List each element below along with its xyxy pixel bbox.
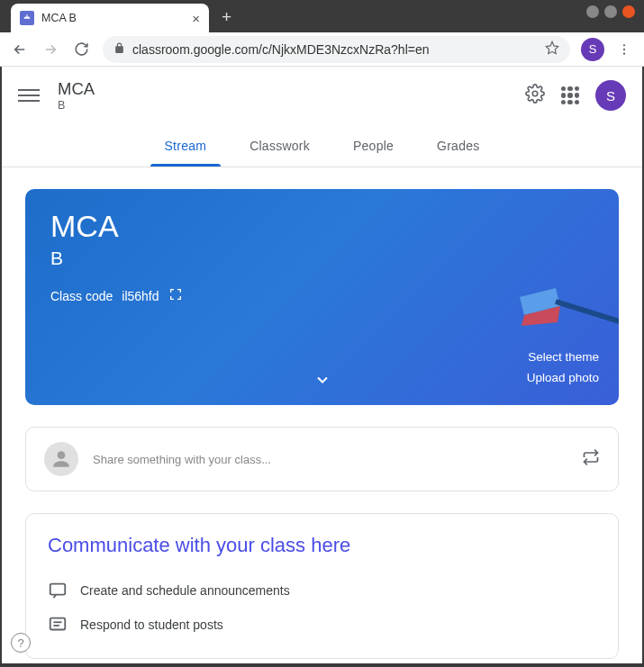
tab-classwork[interactable]: Classwork [249, 124, 310, 167]
respond-icon [48, 615, 68, 635]
settings-gear-icon[interactable] [525, 84, 545, 107]
window-close-button[interactable] [622, 5, 635, 18]
window-maximize-button[interactable] [604, 5, 617, 18]
hero-expand-chevron-icon[interactable] [313, 371, 331, 392]
app-header: MCA B S [2, 67, 642, 124]
svg-point-3 [532, 91, 538, 96]
select-theme-link[interactable]: Select theme [527, 347, 599, 368]
svg-rect-7 [50, 618, 66, 630]
header-class-block: MCA B [58, 79, 95, 111]
browser-window: MCA B × + classroom.google.com/c/NjkxMDE… [0, 0, 644, 667]
hero-decoration [502, 279, 619, 355]
help-icon[interactable]: ? [11, 633, 31, 653]
reuse-post-icon[interactable] [582, 448, 600, 470]
browser-tab[interactable]: MCA B × [11, 4, 209, 32]
class-hero-banner: MCA B Class code il56hfd Select theme Up… [25, 189, 619, 405]
info-row-announcements: Create and schedule announcements [48, 573, 596, 608]
header-class-name: MCA [58, 79, 95, 98]
svg-point-0 [623, 44, 625, 46]
hero-class-subtitle: B [50, 248, 594, 269]
browser-tabstrip: MCA B × + [0, 0, 644, 32]
share-placeholder-text: Share something with your class... [93, 453, 567, 466]
header-class-section: B [58, 99, 95, 112]
tab-close-button[interactable]: × [192, 11, 200, 26]
user-avatar-placeholder [44, 442, 78, 476]
info-card-title: Communicate with your class here [48, 534, 596, 557]
account-avatar[interactable]: S [595, 80, 626, 111]
bookmark-star-icon[interactable] [545, 41, 559, 59]
info-row-respond: Respond to student posts [48, 608, 596, 642]
browser-profile-badge[interactable]: S [581, 38, 604, 61]
window-minimize-button[interactable] [586, 5, 599, 18]
fullscreen-icon[interactable] [168, 287, 183, 304]
class-code-label: Class code [50, 289, 113, 303]
svg-line-5 [556, 302, 619, 324]
hamburger-menu-button[interactable] [18, 85, 40, 106]
upload-photo-link[interactable]: Upload photo [527, 368, 599, 389]
tab-people[interactable]: People [353, 124, 394, 167]
reload-button[interactable] [67, 35, 95, 64]
browser-toolbar: classroom.google.com/c/NjkxMDE3NzcxNzRa?… [0, 32, 644, 67]
class-tabs-nav: Stream Classwork People Grades [2, 124, 642, 167]
class-code-value: il56hfd [122, 289, 159, 303]
classroom-favicon [20, 11, 34, 25]
forward-button[interactable] [36, 35, 65, 64]
google-apps-icon[interactable] [561, 86, 579, 104]
announcement-icon [48, 581, 68, 600]
svg-point-1 [623, 48, 625, 50]
share-announcement-card[interactable]: Share something with your class... [25, 427, 619, 491]
window-controls [586, 5, 635, 18]
stream-content: MCA B Class code il56hfd Select theme Up… [2, 167, 642, 663]
tab-grades[interactable]: Grades [437, 124, 479, 167]
browser-menu-button[interactable] [610, 35, 639, 64]
svg-point-2 [623, 52, 625, 54]
info-row-text: Respond to student posts [80, 617, 223, 632]
svg-rect-6 [50, 584, 66, 595]
page-viewport[interactable]: MCA B S Stream Classwork People Grades M… [2, 67, 642, 663]
communicate-info-card: Communicate with your class here Create … [25, 513, 619, 659]
info-row-text: Create and schedule announcements [80, 583, 290, 598]
lock-icon [113, 41, 125, 58]
url-text: classroom.google.com/c/NjkxMDE3NzcxNzRa?… [132, 42, 538, 57]
hero-customize-links: Select theme Upload photo [527, 347, 599, 389]
tab-title: MCA B [41, 12, 185, 24]
back-button[interactable] [5, 35, 34, 64]
hero-class-title: MCA [50, 209, 594, 244]
new-tab-button[interactable]: + [222, 7, 231, 27]
tab-stream[interactable]: Stream [165, 124, 207, 167]
url-bar[interactable]: classroom.google.com/c/NjkxMDE3NzcxNzRa?… [103, 36, 570, 63]
